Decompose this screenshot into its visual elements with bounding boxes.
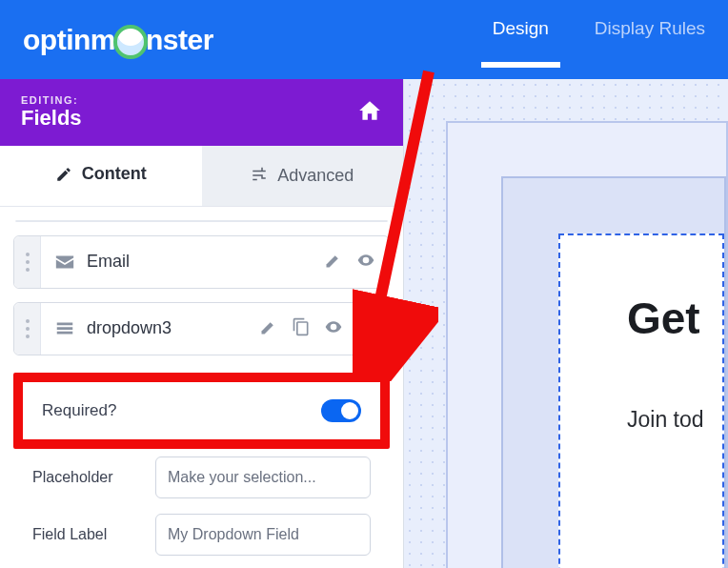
fieldlabel-row: Field Label — [13, 506, 390, 563]
envelope-icon — [54, 252, 75, 273]
field-title: Email — [87, 252, 324, 272]
brand-logo: optinm nster — [23, 23, 213, 57]
placeholder-input[interactable] — [155, 456, 371, 498]
fields-scroll: Email dropdown3 — [0, 207, 403, 568]
tab-advanced[interactable]: Advanced — [202, 146, 404, 205]
nav-display-rules[interactable]: Display Rules — [595, 18, 705, 62]
tab-content-label: Content — [82, 164, 147, 184]
edit-icon[interactable] — [324, 251, 343, 274]
edit-icon[interactable] — [259, 317, 278, 340]
home-icon[interactable] — [357, 98, 382, 127]
required-toggle[interactable] — [321, 399, 361, 422]
brand-text-left: optinm — [23, 24, 115, 56]
canvas-panel-inner[interactable]: Get Join tod — [558, 233, 724, 568]
drag-handle-icon[interactable] — [14, 236, 41, 288]
fieldlabel-label: Field Label — [32, 526, 140, 543]
canvas-panel-outer: Get Join tod — [446, 121, 728, 568]
campaign-headline[interactable]: Get — [627, 293, 722, 344]
editor-sidebar: EDITING: Fields Content Advanced — [0, 79, 404, 568]
sidebar-tabs: Content Advanced — [0, 146, 403, 206]
field-card-dropdown[interactable]: dropdown3 — [13, 302, 390, 355]
placeholder-row: Placeholder — [13, 449, 390, 506]
nav-design[interactable]: Design — [493, 18, 549, 62]
list-icon — [54, 318, 75, 339]
editing-value: Fields — [21, 106, 82, 131]
editing-label: EDITING: — [21, 94, 82, 106]
drag-handle-icon[interactable] — [14, 303, 41, 355]
copy-icon[interactable] — [292, 317, 311, 340]
design-canvas[interactable]: Get Join tod — [404, 79, 728, 568]
top-bar: optinm nster Design Display Rules — [0, 0, 728, 79]
mascot-icon — [113, 25, 148, 59]
editing-header: EDITING: Fields — [0, 79, 403, 146]
required-label: Required? — [42, 401, 116, 420]
visibility-icon[interactable] — [324, 317, 343, 340]
fieldlabel-input[interactable] — [155, 514, 371, 556]
field-title: dropdown3 — [87, 318, 259, 338]
canvas-panel-mid: Get Join tod — [501, 176, 726, 568]
delete-icon[interactable] — [356, 317, 375, 340]
tab-content[interactable]: Content — [0, 146, 202, 205]
required-highlight: Required? — [13, 373, 390, 449]
field-card-email[interactable]: Email — [13, 235, 390, 289]
placeholder-label: Placeholder — [32, 469, 140, 486]
brand-text-right: nster — [146, 24, 213, 56]
top-nav: Design Display Rules — [493, 18, 705, 62]
required-row: Required? — [23, 382, 380, 439]
campaign-subline[interactable]: Join tod — [627, 407, 722, 433]
visibility-icon[interactable] — [356, 251, 375, 274]
tab-advanced-label: Advanced — [277, 166, 354, 186]
